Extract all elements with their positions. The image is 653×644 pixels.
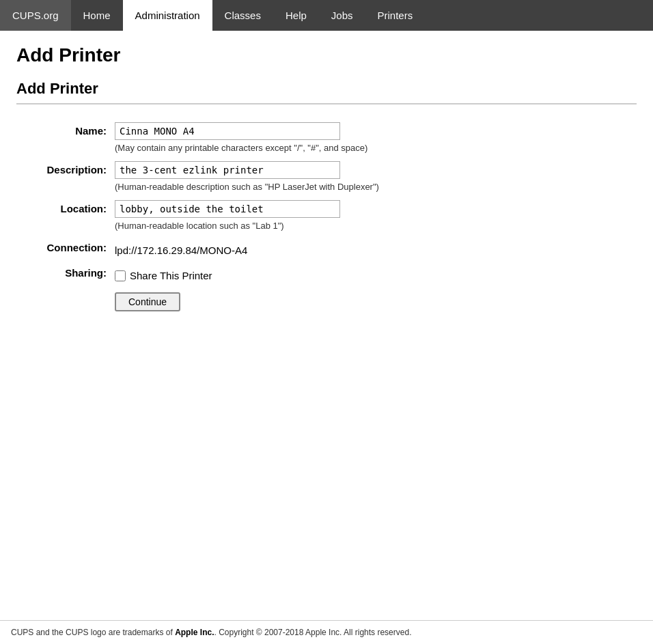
- description-row: Description: (Human-readable description…: [16, 157, 637, 196]
- description-field-cell: (Human-readable description such as "HP …: [112, 157, 637, 196]
- nav-classes[interactable]: Classes: [212, 0, 273, 31]
- location-hint: (Human-readable location such as "Lab 1"…: [115, 221, 634, 231]
- location-input[interactable]: [115, 200, 340, 218]
- add-printer-form: Name: (May contain any printable charact…: [16, 118, 637, 316]
- footer: CUPS and the CUPS logo are trademarks of…: [0, 620, 653, 644]
- connection-value: lpd://172.16.29.84/MONO-A4: [115, 239, 247, 256]
- nav-jobs[interactable]: Jobs: [319, 0, 365, 31]
- nav-cups-org[interactable]: CUPS.org: [0, 0, 71, 31]
- name-label: Name:: [16, 118, 112, 157]
- navbar: CUPS.org Home Administration Classes Hel…: [0, 0, 653, 31]
- description-label: Description:: [16, 157, 112, 196]
- location-field-cell: (Human-readable location such as "Lab 1"…: [112, 196, 637, 235]
- main-content: Add Printer Name: (May contain any print…: [0, 73, 653, 620]
- sharing-checkbox-row: Share This Printer: [115, 264, 634, 281]
- nav-administration[interactable]: Administration: [123, 0, 212, 31]
- sharing-field-cell: Share This Printer Continue: [112, 260, 637, 316]
- connection-label: Connection:: [16, 235, 112, 260]
- connection-field-cell: lpd://172.16.29.84/MONO-A4: [112, 235, 637, 260]
- sharing-row: Sharing: Share This Printer Continue: [16, 260, 637, 316]
- description-hint: (Human-readable description such as "HP …: [115, 182, 634, 192]
- location-label: Location:: [16, 196, 112, 235]
- description-input[interactable]: [115, 161, 340, 179]
- name-input[interactable]: [115, 122, 340, 140]
- page-title-bar: Add Printer: [0, 31, 653, 73]
- nav-help[interactable]: Help: [273, 0, 319, 31]
- name-hint: (May contain any printable characters ex…: [115, 143, 634, 153]
- footer-apple-link[interactable]: Apple Inc.: [175, 628, 214, 637]
- nav-printers[interactable]: Printers: [365, 0, 426, 31]
- nav-home[interactable]: Home: [71, 0, 123, 31]
- location-row: Location: (Human-readable location such …: [16, 196, 637, 235]
- connection-row: Connection: lpd://172.16.29.84/MONO-A4: [16, 235, 637, 260]
- continue-button[interactable]: Continue: [115, 292, 180, 311]
- form-section-title: Add Printer: [16, 80, 637, 104]
- page-title: Add Printer: [16, 44, 637, 66]
- footer-text-after-link: . Copyright © 2007-2018 Apple Inc. All r…: [214, 628, 411, 637]
- footer-text-before-link: CUPS and the CUPS logo are trademarks of: [11, 628, 175, 637]
- share-printer-label[interactable]: Share This Printer: [130, 270, 212, 281]
- sharing-label: Sharing:: [16, 260, 112, 316]
- name-row: Name: (May contain any printable charact…: [16, 118, 637, 157]
- name-field-cell: (May contain any printable characters ex…: [112, 118, 637, 157]
- share-printer-checkbox[interactable]: [115, 270, 126, 281]
